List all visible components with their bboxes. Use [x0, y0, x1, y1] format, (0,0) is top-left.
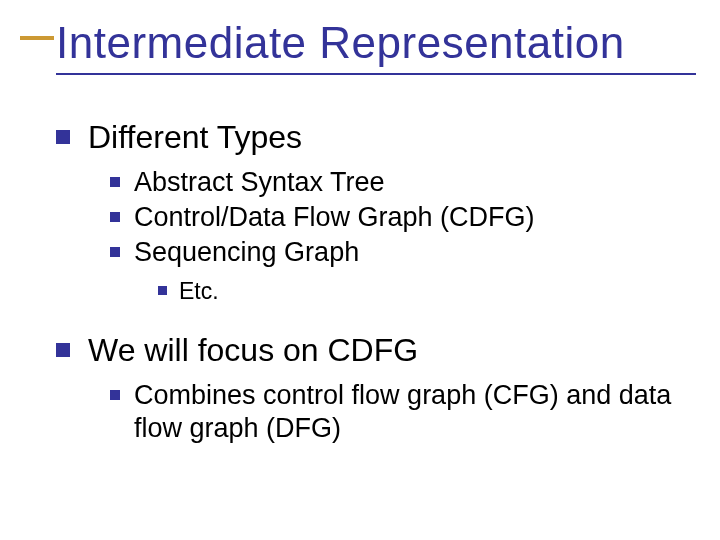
bullet-text: Control/Data Flow Graph (CDFG)	[134, 201, 535, 234]
slide-title: Intermediate Representation	[56, 18, 625, 68]
bullet-level1: We will focus on CDFG	[56, 331, 676, 369]
bullet-text: Abstract Syntax Tree	[134, 166, 385, 199]
bullet-level2: Abstract Syntax Tree	[110, 166, 676, 199]
bullet-level2: Combines control flow graph (CFG) and da…	[110, 379, 676, 445]
square-bullet-icon	[110, 247, 120, 257]
bullet-level2: Sequencing Graph	[110, 236, 676, 269]
bullet-text: Different Types	[88, 118, 302, 156]
square-bullet-icon	[110, 212, 120, 222]
bullet-level3: Etc.	[158, 277, 676, 305]
square-bullet-icon	[110, 390, 120, 400]
square-bullet-icon	[158, 286, 167, 295]
square-bullet-icon	[110, 177, 120, 187]
square-bullet-icon	[56, 130, 70, 144]
bullet-text: Combines control flow graph (CFG) and da…	[134, 379, 676, 445]
bullet-level3-group: Etc.	[158, 277, 676, 305]
bullet-level2-group: Abstract Syntax Tree Control/Data Flow G…	[110, 166, 676, 305]
bullet-level1: Different Types	[56, 118, 676, 156]
bullet-level2-group: Combines control flow graph (CFG) and da…	[110, 379, 676, 445]
bullet-text: We will focus on CDFG	[88, 331, 418, 369]
bullet-level2: Control/Data Flow Graph (CDFG)	[110, 201, 676, 234]
bullet-text: Etc.	[179, 277, 219, 305]
slide-body: Different Types Abstract Syntax Tree Con…	[56, 108, 676, 447]
square-bullet-icon	[56, 343, 70, 357]
bullet-text: Sequencing Graph	[134, 236, 359, 269]
title-underline	[56, 73, 696, 75]
slide: Intermediate Representation Different Ty…	[0, 0, 720, 540]
accent-line	[20, 36, 54, 40]
